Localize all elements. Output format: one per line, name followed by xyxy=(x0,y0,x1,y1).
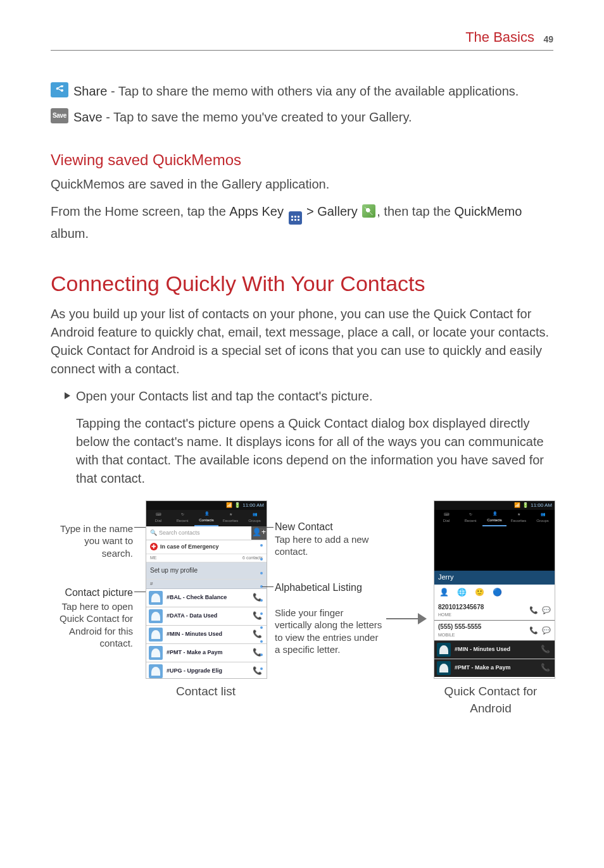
viewing-p2a: From the Home screen, tap the xyxy=(51,204,229,218)
search-row: 🔍Search contacts 👤+ xyxy=(146,526,267,540)
avatar-icon[interactable] xyxy=(149,591,163,605)
gt-symbol: > xyxy=(303,204,318,218)
label-type-in: Type in the name you want to search. xyxy=(51,523,133,560)
page-header: The Basics 49 xyxy=(51,35,553,51)
header-section: The Basics xyxy=(465,27,534,47)
gallery-label: Gallery xyxy=(317,204,357,218)
quickmemo-label: QuickMemo xyxy=(455,204,522,218)
tab-dial[interactable]: ⌨Dial xyxy=(146,510,170,526)
share-row: Share - Tap to share the memo with other… xyxy=(51,82,553,101)
apps-key-icon xyxy=(289,211,302,225)
avatar-icon[interactable] xyxy=(149,664,163,678)
qc-row-min[interactable]: #MIN - Minutes Used 📞 xyxy=(434,641,555,659)
label-alpha-sub: Slide your finger vertically along the l… xyxy=(275,607,382,656)
avatar-icon[interactable] xyxy=(437,643,451,657)
avatar-icon[interactable] xyxy=(149,646,163,660)
share-label: Share xyxy=(73,84,107,98)
qc-action-icons: 👤 🌐 🙂 🔵 xyxy=(434,585,555,601)
screenshot-contact-list: 📶🔋11:00 AM ⌨Dial ↻Recent 👤Contacts ★Favo… xyxy=(146,500,267,679)
search-input[interactable]: 🔍Search contacts xyxy=(146,526,251,540)
label-new-contact: New Contact xyxy=(275,521,333,534)
alpha-scroll-strip[interactable] xyxy=(260,539,265,676)
leader-line-4 xyxy=(262,586,274,587)
sms-icon[interactable]: 💬 xyxy=(542,626,551,636)
connect-intro: As you build up your list of contacts on… xyxy=(51,305,553,378)
save-icon: Save xyxy=(51,108,68,123)
status-bar-left: 📶🔋11:00 AM xyxy=(146,501,267,510)
tab-groups[interactable]: 👥Groups xyxy=(242,510,267,526)
avatar-icon[interactable] xyxy=(149,609,163,623)
tab-favorites[interactable]: ★Favorites xyxy=(218,510,242,526)
sms-icon[interactable]: 💬 xyxy=(542,605,551,616)
contact-row-data[interactable]: #DATA - Data Used 📞 xyxy=(146,607,267,626)
arrow-right-icon xyxy=(418,613,427,624)
label-contact-pic: Contact picture xyxy=(51,586,133,600)
caption-contact-list: Contact list xyxy=(146,683,266,700)
gallery-icon xyxy=(362,204,375,218)
call-icon[interactable]: 📞 xyxy=(529,605,538,616)
qc-video-icon[interactable]: 🙂 xyxy=(474,587,485,598)
page-number: 49 xyxy=(543,33,553,46)
status-bar-right: 📶🔋11:00 AM xyxy=(434,501,555,510)
viewing-p2c: album. xyxy=(51,226,89,240)
leader-line-3 xyxy=(258,527,274,528)
figure-area: Type in the name you want to search. Con… xyxy=(51,500,553,728)
call-icon[interactable]: 📞 xyxy=(541,662,552,673)
avatar-icon[interactable] xyxy=(437,661,451,675)
caption-quick-contact: Quick Contact for Android xyxy=(424,683,557,717)
label-alpha: Alphabetical Listing xyxy=(275,581,363,595)
screenshot-quick-contact: 📶🔋11:00 AM ⌨Dial ↻Recent 👤Contacts ★Favo… xyxy=(434,500,555,679)
leader-line-1 xyxy=(134,527,147,528)
qc-more-icon[interactable]: 🔵 xyxy=(491,587,503,598)
qc-web-icon[interactable]: 🌐 xyxy=(456,587,467,598)
quick-dark-area xyxy=(434,526,555,571)
save-row: Save Save - Tap to save the memo you've … xyxy=(51,108,553,127)
tabs-row-left: ⌨Dial ↻Recent 👤Contacts ★Favorites 👥Grou… xyxy=(146,510,267,526)
tab-recent[interactable]: ↻Recent xyxy=(170,510,194,526)
connect-after: Tapping the contact's picture opens a Qu… xyxy=(76,414,553,488)
tab-contacts-r[interactable]: 👤Contacts xyxy=(482,510,506,526)
contact-row-bal[interactable]: #BAL - Check Balance 📞 xyxy=(146,589,267,607)
label-contact-pic-sub: Tap here to open Quick Contact for Andro… xyxy=(51,600,133,650)
viewing-p2b: , then tap the xyxy=(377,204,454,218)
call-icon[interactable]: 📞 xyxy=(541,644,552,655)
setup-profile-row[interactable]: Set up my profile xyxy=(146,562,267,580)
contact-row-min[interactable]: #MIN - Minutes Used 📞 xyxy=(146,626,267,644)
qc-row-home[interactable]: 8201012345678 HOME 📞 💬 xyxy=(434,601,555,621)
tab-favorites-r[interactable]: ★Favorites xyxy=(506,510,531,526)
arrow-line xyxy=(386,618,418,619)
bullet-icon xyxy=(65,392,76,406)
qc-row-pmt[interactable]: #PMT - Make a Paym 📞 xyxy=(434,659,555,677)
share-text: Share - Tap to share the memo with other… xyxy=(73,82,519,101)
me-row: ME6 contacts xyxy=(146,554,267,562)
call-icon[interactable]: 📞 xyxy=(529,626,538,636)
tab-groups-r[interactable]: 👥Groups xyxy=(531,510,555,526)
viewing-p1: QuickMemos are saved in the Gallery appl… xyxy=(51,175,553,194)
tab-recent-r[interactable]: ↻Recent xyxy=(458,510,482,526)
add-contact-button[interactable]: 👤+ xyxy=(251,526,267,540)
hash-header: # xyxy=(146,580,267,589)
tab-dial-r[interactable]: ⌨Dial xyxy=(434,510,458,526)
viewing-p2: From the Home screen, tap the Apps Key >… xyxy=(51,202,553,244)
qc-name: Jerry xyxy=(434,571,555,585)
qc-row-mobile[interactable]: (555) 555-5555 MOBILE 📞 💬 xyxy=(434,621,555,641)
save-desc: - Tap to save the memo you've created to… xyxy=(103,110,412,124)
ice-plus-icon: ✚ xyxy=(150,543,158,550)
share-icon xyxy=(51,82,68,97)
viewing-heading: Viewing saved QuickMemos xyxy=(51,149,553,171)
bullet-row: Open your Contacts list and tap the cont… xyxy=(65,387,553,406)
connect-heading: Connecting Quickly With Your Contacts xyxy=(51,268,553,299)
tabs-row-right: ⌨Dial ↻Recent 👤Contacts ★Favorites 👥Grou… xyxy=(434,510,555,526)
share-desc: - Tap to share the memo with others via … xyxy=(107,84,519,98)
contact-row-pmt[interactable]: #PMT - Make a Paym 📞 xyxy=(146,644,267,662)
qc-person-icon[interactable]: 👤 xyxy=(438,587,450,598)
save-text: Save - Tap to save the memo you've creat… xyxy=(73,108,412,127)
contact-row-upg[interactable]: #UPG - Upgrade Elig 📞 xyxy=(146,662,267,679)
ice-row[interactable]: ✚ In case of Emergency xyxy=(146,540,267,554)
tab-contacts[interactable]: 👤Contacts xyxy=(194,510,218,526)
avatar-icon[interactable] xyxy=(149,628,163,642)
save-label: Save xyxy=(73,110,103,124)
label-new-contact-sub: Tap here to add a new contact. xyxy=(275,533,370,558)
bullet-text: Open your Contacts list and tap the cont… xyxy=(76,387,373,406)
apps-key-label: Apps Key xyxy=(229,204,284,218)
